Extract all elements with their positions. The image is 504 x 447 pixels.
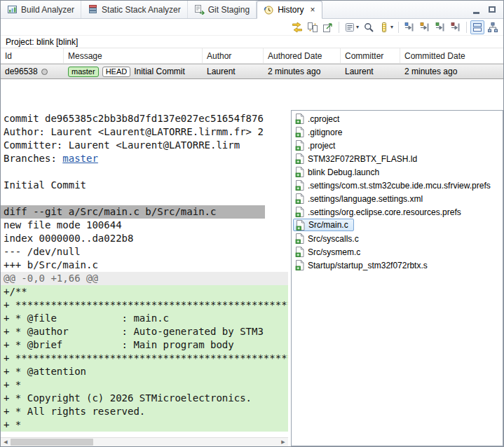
viewer-line: + * [1, 378, 288, 392]
commit-dot-icon [41, 69, 48, 75]
filter-resource-icon[interactable] [402, 20, 416, 34]
file-item[interactable]: .gitignore [292, 125, 503, 139]
commit-table-empty-area [1, 79, 503, 107]
commit-committer: Laurent [341, 64, 400, 78]
filter-repository-icon[interactable] [449, 20, 463, 34]
file-label: Src/main.c [308, 220, 348, 230]
vertical-layout-icon[interactable] [470, 20, 484, 34]
tab-static-stack-analyzer[interactable]: Static Stack Analyzer [81, 1, 188, 18]
file-label: .settings/org.eclipse.core.resources.pre… [308, 207, 461, 217]
viewer-line: @@ -0,0 +1,66 @@ [1, 272, 288, 285]
column-header-id[interactable]: Id [1, 48, 64, 63]
filter-folder-icon[interactable] [418, 20, 432, 34]
file-icon [295, 153, 304, 164]
refresh-icon[interactable] [290, 20, 304, 34]
filter-project-icon[interactable] [433, 20, 447, 34]
viewer-line: Committer: Laurent <Laurent@LATORRE.lirm [1, 139, 288, 152]
file-icon [295, 260, 304, 270]
viewer-line: new file mode 100644 [1, 219, 288, 232]
open-in-commit-viewer-icon[interactable] [321, 20, 335, 34]
viewer-line: + * @author : Auto-generated by STM3 [1, 325, 288, 338]
viewer-line: + * @attention [1, 365, 288, 378]
show-all-branches-icon[interactable]: ▾ [377, 20, 395, 34]
commit-author: Laurent [203, 64, 264, 78]
minimize-view-icon[interactable] [470, 4, 482, 16]
file-item[interactable]: STM32F072RBTX_FLASH.ld [292, 152, 503, 165]
branch-hierarchy-icon[interactable] [486, 20, 500, 34]
tab-close-icon[interactable]: × [310, 6, 315, 14]
viewer-line: --- /dev/null [1, 245, 288, 259]
viewer-line: Author: Laurent <Laurent@LATORRE.lirmm.f… [1, 125, 288, 139]
viewer-line: + **************************************… [1, 298, 288, 312]
git-staging-icon [194, 4, 205, 15]
commit-table-header: IdMessageAuthorAuthored DateCommitterCom… [1, 48, 503, 64]
file-item[interactable]: Src/main.c [293, 219, 354, 231]
file-label: Startup/startup_stm32f072rbtx.s [308, 261, 428, 270]
file-icon [295, 180, 304, 191]
maximize-view-icon[interactable] [486, 4, 498, 16]
static-stack-analyzer-icon [88, 4, 98, 15]
file-icon [295, 167, 304, 177]
file-icon [295, 207, 304, 217]
file-label: .cproject [308, 114, 339, 124]
file-icon [295, 247, 304, 257]
file-item[interactable]: Startup/startup_stm32f072rbtx.s [292, 259, 503, 272]
scrollbar-track[interactable] [11, 438, 278, 446]
viewer-line [1, 165, 288, 179]
file-label: .settings/language.settings.xml [308, 194, 423, 204]
file-item[interactable]: .project [292, 139, 503, 152]
column-header-committed-date[interactable]: Committed Date [400, 48, 503, 63]
head-badge: HEAD [102, 67, 131, 77]
file-icon [295, 127, 304, 137]
file-icon [295, 140, 304, 151]
search-icon[interactable] [362, 20, 376, 34]
commit-authored-date: 2 minutes ago [264, 64, 341, 78]
file-icon [295, 233, 304, 244]
branch-link[interactable]: master [62, 153, 98, 164]
file-item[interactable]: .settings/org.eclipse.core.resources.pre… [292, 205, 503, 219]
viewer-line: + * @file : main.c [1, 312, 288, 325]
viewer-line [1, 192, 288, 205]
scroll-left-icon[interactable]: ◀ [1, 439, 11, 445]
file-item[interactable]: .settings/language.settings.xml [292, 192, 503, 205]
scroll-right-icon[interactable]: ▶ [278, 439, 288, 445]
viewer-line: + * All rights reserved. [1, 405, 288, 418]
file-item[interactable]: .cproject [292, 112, 503, 125]
compare-mode-icon[interactable] [306, 20, 320, 34]
column-header-authored-date[interactable]: Authored Date [264, 48, 341, 63]
file-label: Src/sysmem.c [308, 247, 360, 257]
column-header-message[interactable]: Message [64, 48, 203, 63]
column-header-author[interactable]: Author [203, 48, 264, 63]
viewer-line: + * @brief : Main program body [1, 338, 288, 352]
history-toolbar: ▾▾ [1, 19, 503, 36]
format-menu-icon[interactable]: ▾ [343, 20, 360, 34]
viewer-line: + * [1, 418, 288, 432]
tab-build-analyzer[interactable]: Build Analyzer [1, 1, 81, 18]
file-item[interactable]: Src/sysmem.c [292, 245, 503, 259]
viewer-line: commit de965385c2bb3b8d7fd137e027ec51654… [1, 112, 288, 125]
tab-label: Build Analyzer [21, 5, 74, 15]
changed-files-panel: .cproject.gitignore.projectSTM32F072RBTX… [291, 110, 503, 446]
file-label: .project [308, 141, 335, 151]
history-view-window: Build AnalyzerStatic Stack AnalyzerGit S… [0, 0, 504, 447]
column-header-committer[interactable]: Committer [341, 48, 400, 63]
tab-git-staging[interactable]: Git Staging [188, 1, 257, 18]
scrollbar-thumb[interactable] [11, 439, 93, 446]
viewer-line: +/** [1, 285, 288, 298]
file-item[interactable]: blink Debug.launch [292, 165, 503, 179]
horizontal-scrollbar[interactable]: ◀ ▶ [1, 437, 288, 446]
toolbar-separator [466, 22, 467, 33]
view-tabbar: Build AnalyzerStatic Stack AnalyzerGit S… [1, 1, 503, 19]
viewer-line: + * Copyright (c) 2026 STMicroelectronic… [1, 392, 288, 405]
file-item[interactable]: .settings/com.st.stm32cube.ide.mcu.sfrvi… [292, 179, 503, 192]
file-label: blink Debug.launch [308, 167, 379, 177]
file-item[interactable]: Src/syscalls.c [292, 232, 503, 245]
commit-row[interactable]: de96538 masterHEADInitial Commit Laurent… [1, 64, 503, 79]
commit-message: Initial Commit [134, 67, 185, 76]
file-icon [295, 193, 304, 204]
commit-message-viewer: commit de965385c2bb3b8d7fd137e027ec51654… [1, 110, 288, 446]
viewer-line: Branches: master [1, 152, 288, 165]
tab-history[interactable]: History× [257, 1, 322, 19]
commit-id: de96538 [5, 67, 38, 76]
viewer-line: + **************************************… [1, 352, 288, 365]
